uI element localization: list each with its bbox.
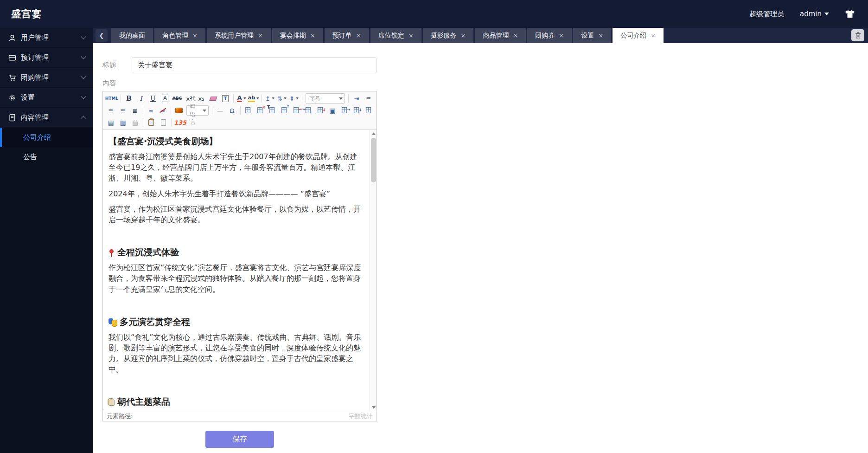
sidebar-item[interactable]: 团购管理	[0, 68, 93, 88]
font-size-select[interactable]: 字号	[306, 93, 345, 104]
line-height-icon[interactable]: ⇕	[288, 93, 300, 104]
editor-scrollbar[interactable]	[370, 130, 377, 411]
tab-close-icon[interactable]: ×	[559, 32, 564, 39]
vertical-align-icon-glyph: ⇅	[277, 95, 282, 102]
underline-icon[interactable]: U	[147, 93, 159, 104]
scroll-down-arrow[interactable]	[370, 404, 377, 411]
tab-close-icon[interactable]: ×	[513, 32, 518, 39]
align-center-icon[interactable]: ≡	[105, 105, 116, 116]
row-split-icon[interactable]: ▤	[105, 117, 116, 128]
tab-团购券[interactable]: 团购券×	[527, 28, 572, 43]
align-top-icon[interactable]: ↥	[264, 93, 275, 104]
strikethrough-icon[interactable]: ABC	[172, 93, 183, 104]
toolbar-row: ≡≡≣∞∞代码语言—Ω田田田田田田田▣田田田	[105, 104, 375, 116]
editor-135-icon[interactable]: 135	[174, 117, 186, 128]
bold-icon[interactable]: B	[123, 93, 134, 104]
element-path-label: 元素路径:	[107, 412, 133, 421]
col-split-icon[interactable]: ▥	[117, 117, 128, 128]
tab-close-icon[interactable]: ×	[461, 32, 466, 39]
align-justify-icon[interactable]: ≣	[129, 105, 140, 116]
subscript-icon[interactable]: x₂	[196, 93, 207, 104]
tab-strip: 我的桌面角色管理×系统用户管理×宴会排期×预订单×席位锁定×摄影服务×商品管理×…	[111, 28, 849, 43]
tab-close-icon[interactable]: ×	[258, 32, 263, 39]
col-delete-icon[interactable]: 田	[315, 105, 326, 116]
tab-close-icon[interactable]: ×	[598, 32, 603, 39]
cell-merge-down-icon[interactable]: 田	[351, 105, 362, 116]
editor-body[interactable]: 【盛宫宴·沉浸式美食剧场】盛宫宴前身江南婆婆是创始人朱术宇先生于2007年创建的…	[103, 130, 377, 411]
tab-预订单[interactable]: 预订单×	[325, 28, 369, 43]
sidebar-subitem[interactable]: 公告	[0, 147, 93, 167]
row-split-icon-glyph: ▤	[108, 119, 114, 126]
horizontal-rule-icon[interactable]: —	[215, 105, 226, 116]
indent-icon[interactable]: ⇥	[351, 93, 362, 104]
sidebar-item[interactable]: 内容管理	[0, 108, 93, 128]
col-insert-icon[interactable]: 田	[303, 105, 314, 116]
tab-bar: ❮ 我的桌面角色管理×系统用户管理×宴会排期×预订单×席位锁定×摄影服务×商品管…	[93, 28, 868, 43]
paste-as-text-icon[interactable]: T	[220, 93, 231, 104]
lock-icon[interactable]	[129, 117, 140, 128]
scroll-up-arrow[interactable]	[370, 130, 377, 137]
tab-席位锁定[interactable]: 席位锁定×	[370, 28, 421, 43]
tab-close-icon[interactable]: ×	[356, 32, 361, 39]
font-border-icon[interactable]: A	[160, 93, 171, 104]
special-char-icon[interactable]: Ω	[227, 105, 238, 116]
tab-商品管理[interactable]: 商品管理×	[475, 28, 526, 43]
table-delete-icon[interactable]: 田	[255, 105, 266, 116]
sidebar-item[interactable]: 设置	[0, 88, 93, 108]
tab-角色管理[interactable]: 角色管理×	[154, 28, 205, 43]
sidebar-subitem[interactable]: 公司介绍	[0, 128, 93, 147]
tab-close-icon[interactable]: ×	[192, 32, 198, 39]
row-delete-icon[interactable]: 田	[291, 105, 302, 116]
cell-merge-icon[interactable]: ▣	[327, 105, 338, 116]
align-left-icon-glyph: ≡	[366, 95, 371, 102]
tab-close-icon[interactable]: ×	[310, 32, 315, 39]
align-left-icon[interactable]: ≡	[363, 93, 374, 104]
superscript-icon[interactable]: x²	[184, 93, 195, 104]
sidebar-item[interactable]: 用户管理	[0, 28, 93, 48]
remove-format-icon[interactable]	[208, 93, 219, 104]
section-heading: 全程沉浸式体验	[108, 246, 364, 259]
tab-宴会排期[interactable]: 宴会排期×	[272, 28, 323, 43]
link-icon[interactable]: ∞	[145, 105, 156, 116]
tab-scroll-left-button[interactable]: ❮	[96, 29, 108, 42]
sidebar-item-label: 设置	[21, 93, 82, 102]
font-color-icon[interactable]: A	[236, 93, 247, 104]
tab-设置[interactable]: 设置×	[573, 28, 611, 43]
tab-系统用户管理[interactable]: 系统用户管理×	[207, 28, 271, 43]
unlink-icon[interactable]: ∞	[157, 105, 168, 116]
paste-plain-icon[interactable]	[158, 117, 169, 128]
image-icon[interactable]	[173, 105, 185, 116]
tshirt-icon[interactable]	[845, 10, 855, 18]
cell-merge-right-icon[interactable]: 田	[339, 105, 350, 116]
scrollbar-thumb[interactable]	[371, 138, 376, 182]
chevron-down-icon	[203, 110, 206, 112]
row-insert-icon[interactable]: 田	[279, 105, 290, 116]
tab-close-icon[interactable]: ×	[408, 32, 414, 39]
user-menu[interactable]: admin	[800, 10, 829, 18]
cell-merge-icon-glyph: ▣	[329, 107, 335, 114]
align-right-icon[interactable]: ≡	[117, 105, 128, 116]
table-insert-icon[interactable]: 田	[243, 105, 254, 116]
sidebar-item[interactable]: 预订管理	[0, 48, 93, 68]
tab-摄影服务[interactable]: 摄影服务×	[423, 28, 474, 43]
word-count-label[interactable]: 字数统计	[349, 412, 373, 421]
paste-icon[interactable]	[146, 117, 157, 128]
section-heading: 【盛宫宴·沉浸式美食剧场】	[108, 136, 364, 148]
code-language-select[interactable]: 代码语言	[186, 105, 209, 116]
section-gap	[108, 230, 364, 242]
source-icon-glyph: HTML	[105, 96, 118, 101]
cell-split-icon[interactable]: 田	[363, 105, 374, 116]
tab-我的桌面[interactable]: 我的桌面	[111, 28, 153, 43]
app-header: 盛宫宴 超级管理员 admin	[0, 0, 868, 28]
tab-公司介绍[interactable]: 公司介绍×	[613, 28, 664, 43]
table-properties-icon[interactable]: 田	[267, 105, 278, 116]
tab-close-icon[interactable]: ×	[651, 32, 656, 39]
source-icon[interactable]: HTML	[105, 93, 118, 104]
vertical-align-icon[interactable]: ⇅	[276, 93, 287, 104]
section-heading-text: 朝代主题菜品	[117, 396, 170, 408]
highlight-color-icon[interactable]: ab	[248, 93, 259, 104]
close-all-tabs-button[interactable]	[851, 29, 864, 41]
title-input[interactable]	[132, 57, 377, 73]
italic-icon[interactable]: I	[135, 93, 147, 104]
save-button[interactable]: 保存	[205, 431, 274, 448]
